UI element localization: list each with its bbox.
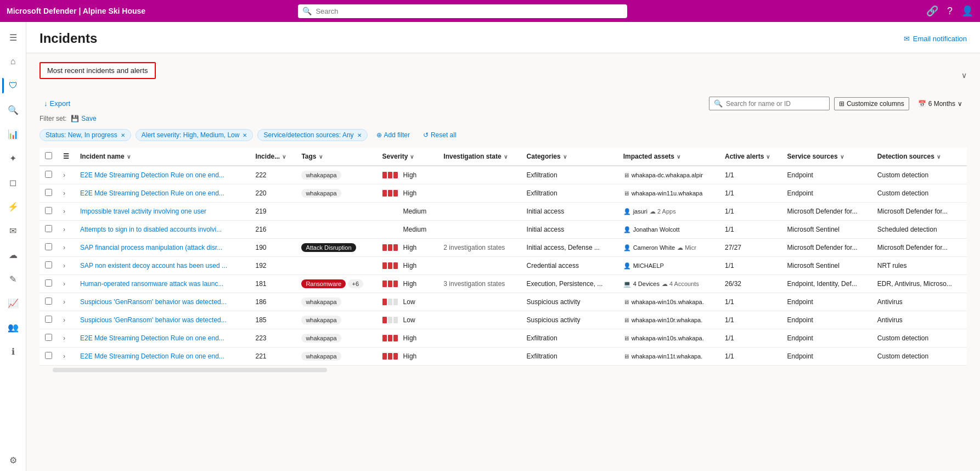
col-tags[interactable]: Tags ∨ xyxy=(296,148,376,166)
sidebar-item-users[interactable]: 👥 xyxy=(2,316,24,338)
expand-button[interactable]: › xyxy=(63,208,65,215)
row-checkbox-cell[interactable] xyxy=(40,221,58,239)
incident-name-cell[interactable]: E2E Mde Streaming Detection Rule on one … xyxy=(75,347,250,366)
expand-button[interactable]: › xyxy=(63,189,65,197)
row-checkbox-cell[interactable] xyxy=(40,347,58,366)
row-checkbox[interactable] xyxy=(45,207,52,214)
row-expand-cell[interactable]: › xyxy=(58,184,75,203)
incident-name-cell[interactable]: SAP non existent decoy account has been … xyxy=(75,257,250,275)
row-expand-cell[interactable]: › xyxy=(58,203,75,221)
expand-button[interactable]: › xyxy=(63,244,65,251)
sidebar-item-mail[interactable]: ✉ xyxy=(2,220,24,242)
sidebar-item-menu[interactable]: ☰ xyxy=(2,26,24,48)
filter-chip-sources-close[interactable]: ✕ xyxy=(357,132,362,138)
expand-button[interactable]: › xyxy=(63,226,65,233)
sidebar-item-partners[interactable]: ⚡ xyxy=(2,195,24,217)
row-checkbox-cell[interactable] xyxy=(40,257,58,275)
row-expand-cell[interactable]: › xyxy=(58,329,75,347)
incident-name-cell[interactable]: Suspicious 'GenRansom' behavior was dete… xyxy=(75,293,250,311)
sidebar-item-incidents[interactable]: 🛡 xyxy=(2,75,24,97)
col-severity[interactable]: Severity ∨ xyxy=(377,148,438,166)
row-checkbox-cell[interactable] xyxy=(40,311,58,329)
months-filter-button[interactable]: 📅 6 Months ∨ xyxy=(914,98,967,110)
incident-name-cell[interactable]: E2E Mde Streaming Detection Rule on one … xyxy=(75,184,250,203)
row-expand-cell[interactable]: › xyxy=(58,293,75,311)
horizontal-scrollbar[interactable] xyxy=(53,368,327,372)
sidebar-item-settings[interactable]: ⚙ xyxy=(2,449,24,471)
sidebar-item-hunting[interactable]: 🔍 xyxy=(2,99,24,121)
row-checkbox[interactable] xyxy=(45,298,52,305)
global-search-input[interactable] xyxy=(298,4,627,18)
row-checkbox[interactable] xyxy=(45,225,52,232)
col-inv-state[interactable]: Investigation state ∨ xyxy=(438,148,521,166)
row-checkbox[interactable] xyxy=(45,261,52,268)
row-expand-cell[interactable]: › xyxy=(58,257,75,275)
row-checkbox[interactable] xyxy=(45,352,52,359)
row-expand-cell[interactable]: › xyxy=(58,275,75,293)
row-checkbox[interactable] xyxy=(45,171,52,178)
sidebar-item-reports[interactable]: 📊 xyxy=(2,123,24,145)
row-checkbox[interactable] xyxy=(45,279,52,287)
col-service[interactable]: Service sources ∨ xyxy=(782,148,872,166)
col-impacted[interactable]: Impacted assets ∨ xyxy=(618,148,719,166)
global-search[interactable]: 🔍 xyxy=(298,4,627,18)
save-filterset-button[interactable]: 💾 Save xyxy=(71,115,96,122)
incident-name-cell[interactable]: SAP financial process manipulation (atta… xyxy=(75,239,250,257)
sidebar-item-action-center[interactable]: ◻ xyxy=(2,171,24,193)
expand-button[interactable]: › xyxy=(63,171,65,179)
expand-button[interactable]: › xyxy=(63,352,65,360)
export-button[interactable]: ↓ Export xyxy=(40,97,75,110)
col-alerts[interactable]: Active alerts ∨ xyxy=(719,148,782,166)
expand-button[interactable]: › xyxy=(63,280,65,288)
row-checkbox[interactable] xyxy=(45,316,52,323)
col-id[interactable]: Incide... ∨ xyxy=(250,148,296,166)
row-checkbox-cell[interactable] xyxy=(40,293,58,311)
row-checkbox[interactable] xyxy=(45,334,52,341)
filter-chip-status[interactable]: Status: New, In progress ✕ xyxy=(40,129,131,141)
share-icon[interactable]: 🔗 xyxy=(926,5,938,17)
incidents-search-box[interactable]: 🔍 xyxy=(709,97,830,110)
sidebar-item-home[interactable]: ⌂ xyxy=(2,51,24,72)
expand-button[interactable]: › xyxy=(63,316,65,324)
row-expand-cell[interactable]: › xyxy=(58,221,75,239)
col-incident-name[interactable]: Incident name ∨ xyxy=(75,148,250,166)
sidebar-item-analytics[interactable]: 📈 xyxy=(2,292,24,314)
row-expand-cell[interactable]: › xyxy=(58,347,75,366)
collapse-icon[interactable]: ∨ xyxy=(961,71,967,80)
row-checkbox[interactable] xyxy=(45,243,52,250)
filter-chip-severity-close[interactable]: ✕ xyxy=(243,132,247,138)
incident-name-cell[interactable]: E2E Mde Streaming Detection Rule on one … xyxy=(75,166,250,184)
row-expand-cell[interactable]: › xyxy=(58,239,75,257)
row-expand-cell[interactable]: › xyxy=(58,166,75,184)
expand-button[interactable]: › xyxy=(63,262,65,270)
incident-name-cell[interactable]: Impossible travel activity involving one… xyxy=(75,203,250,221)
expand-button[interactable]: › xyxy=(63,334,65,342)
filter-chip-status-close[interactable]: ✕ xyxy=(121,132,125,138)
filter-panel-selector[interactable]: Most recent incidents and alerts xyxy=(40,62,156,79)
incident-name-cell[interactable]: E2E Mde Streaming Detection Rule on one … xyxy=(75,329,250,347)
customize-columns-button[interactable]: ⊞ Customize columns xyxy=(834,97,909,110)
row-checkbox-cell[interactable] xyxy=(40,329,58,347)
sidebar-item-pen[interactable]: ✎ xyxy=(2,268,24,290)
row-expand-cell[interactable]: › xyxy=(58,311,75,329)
row-checkbox-cell[interactable] xyxy=(40,203,58,221)
incidents-search-input[interactable] xyxy=(726,100,825,108)
expand-button[interactable]: › xyxy=(63,298,65,306)
incident-name-cell[interactable]: Suspicious 'GenRansom' behavior was dete… xyxy=(75,311,250,329)
select-all-checkbox[interactable] xyxy=(45,152,52,159)
filter-chip-severity[interactable]: Alert severity: High, Medium, Low ✕ xyxy=(136,129,254,141)
row-checkbox-cell[interactable] xyxy=(40,239,58,257)
email-notification-button[interactable]: ✉ Email notification xyxy=(904,35,967,43)
incident-name-cell[interactable]: Attempts to sign in to disabled accounts… xyxy=(75,221,250,239)
incident-name-cell[interactable]: Human-operated ransomware attack was lau… xyxy=(75,275,250,293)
col-detection[interactable]: Detection sources ∨ xyxy=(872,148,967,166)
profile-icon[interactable]: 👤 xyxy=(961,5,973,17)
select-all-header[interactable] xyxy=(40,148,58,166)
sidebar-item-secure-score[interactable]: ✦ xyxy=(2,147,24,169)
sidebar-item-cloud[interactable]: ☁ xyxy=(2,244,24,266)
add-filter-button[interactable]: ⊕ Add filter xyxy=(372,130,414,141)
col-categories[interactable]: Categories ∨ xyxy=(521,148,618,166)
help-icon[interactable]: ? xyxy=(947,5,953,17)
row-checkbox-cell[interactable] xyxy=(40,166,58,184)
reset-all-button[interactable]: ↺ Reset all xyxy=(419,130,461,141)
